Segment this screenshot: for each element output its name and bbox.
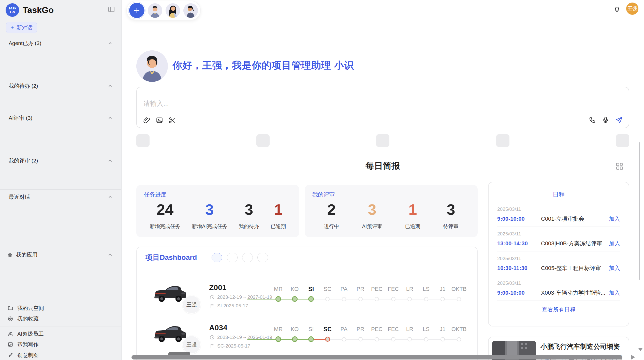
sidebar-item-favorites[interactable]: 我的收藏 xyxy=(0,313,121,324)
sidebar-item-creative-draw[interactable]: 创意制图 xyxy=(0,350,121,360)
sidebar-section-header[interactable]: 我的待办 (2) xyxy=(0,81,121,91)
sidebar-app-item[interactable] xyxy=(0,271,121,281)
sidebar-list-item[interactable] xyxy=(0,166,121,177)
milestone-dot xyxy=(375,337,379,341)
owner-name: 王强 xyxy=(186,341,197,348)
sidebar-section-header[interactable]: Agent已办 (3) xyxy=(0,38,121,49)
sidebar-list-item[interactable] xyxy=(0,224,121,234)
scroll-right-arrow-icon[interactable] xyxy=(631,355,635,359)
join-meeting-link[interactable]: 加入 xyxy=(609,264,620,272)
scroll-down-arrow-icon[interactable] xyxy=(638,348,642,351)
sidebar-list-item[interactable] xyxy=(0,59,121,70)
join-meeting-link[interactable]: 加入 xyxy=(609,215,620,223)
new-chat-button[interactable]: + 新对话 xyxy=(6,22,37,33)
project-code: A034 xyxy=(209,323,227,332)
stat-value: 1 xyxy=(271,202,286,217)
sidebar-item-my-apps[interactable]: 我的应用 xyxy=(0,249,121,260)
sidebar-list-item[interactable] xyxy=(0,177,121,187)
stat: 3 我的待办 xyxy=(239,202,259,230)
sidebar-item-ai-employee[interactable]: AI超级员工 xyxy=(0,328,121,339)
sidebar-list-item[interactable] xyxy=(0,102,121,113)
agent-avatar[interactable] xyxy=(148,3,162,18)
milestone-label: SI xyxy=(309,326,314,333)
milestone-dot xyxy=(375,297,379,301)
sidebar-section: Agent已办 (3) xyxy=(0,38,121,81)
stat-value: 3 xyxy=(362,202,382,217)
dashboard-filters xyxy=(212,253,268,262)
project-row[interactable]: 王强 Z001 2023-12-19 ~ 2027-01-19 SI-2025-… xyxy=(137,280,477,320)
sidebar-list-item[interactable] xyxy=(0,70,121,81)
sidebar-list-item[interactable] xyxy=(0,91,121,102)
phone-call-icon[interactable] xyxy=(589,116,596,124)
dashboard-filter-pill[interactable] xyxy=(242,253,253,262)
view-all-schedule-link[interactable]: 查看所有日程 xyxy=(497,301,620,319)
flag-icon xyxy=(210,343,215,349)
sidebar-app-item[interactable] xyxy=(0,281,121,292)
sidebar-list-item[interactable] xyxy=(0,202,121,213)
sidebar-list-item[interactable] xyxy=(0,49,121,59)
chevron-up-icon xyxy=(108,194,113,200)
sidebar-list-item[interactable] xyxy=(0,145,121,155)
stat: 2 进行中 xyxy=(324,202,339,230)
collapse-sidebar-icon[interactable] xyxy=(108,6,115,13)
stat-row: 2 进行中 3 AI预评审 1 已逾期 3 待评审 xyxy=(312,202,470,230)
milestone-label: MR xyxy=(274,286,283,292)
schedule-time: 10:30-11:30 xyxy=(497,265,541,272)
topbar-right: 王强 xyxy=(578,0,644,19)
suggestion-chip[interactable] xyxy=(376,134,389,147)
suggestion-chip[interactable] xyxy=(616,134,629,147)
project-owner-avatar: 王强 xyxy=(182,336,201,354)
sidebar-list-item[interactable] xyxy=(0,234,121,245)
send-icon[interactable] xyxy=(615,116,623,124)
attachment-icon[interactable] xyxy=(143,116,151,124)
milestone-dot xyxy=(275,296,281,302)
agent-avatar[interactable] xyxy=(183,3,198,18)
user-avatar[interactable]: 王强 xyxy=(626,3,638,15)
milestone-dot xyxy=(342,297,346,301)
join-meeting-link[interactable]: 加入 xyxy=(609,289,620,297)
sidebar-section-header[interactable]: 最近对话 xyxy=(0,192,121,202)
sidebar-app-item[interactable] xyxy=(0,292,121,303)
schedule-row: 13:00-14:30 C003|H0B-方案冻结评审 加入 xyxy=(497,240,620,247)
milestone-dot xyxy=(342,337,346,341)
add-agent-button[interactable] xyxy=(129,3,144,18)
plus-icon xyxy=(134,7,140,14)
schedule-event-title: C001-立项审批会 xyxy=(541,215,609,223)
vertical-scrollbar-thumb[interactable] xyxy=(639,142,640,280)
suggestion-chip[interactable] xyxy=(256,134,270,147)
microphone-icon[interactable] xyxy=(602,116,609,124)
dashboard-filter-pill[interactable] xyxy=(227,253,238,262)
sidebar-item-cloud-space[interactable]: 我的云空间 xyxy=(0,303,121,313)
milestone-dot xyxy=(325,297,330,301)
my-apps-label: 我的应用 xyxy=(16,251,104,258)
dashboard-filter-pill[interactable] xyxy=(212,253,222,262)
join-meeting-link[interactable]: 加入 xyxy=(609,240,620,247)
milestone-label: LR xyxy=(406,326,413,333)
sidebar-section-header[interactable]: 我的评审 (2) xyxy=(0,155,121,166)
scissors-icon[interactable] xyxy=(168,116,176,124)
image-icon[interactable] xyxy=(156,116,163,124)
layout-grid-icon[interactable] xyxy=(616,162,624,170)
suggestion-chip[interactable] xyxy=(136,134,150,147)
section-items xyxy=(0,166,121,187)
sidebar-section-header[interactable]: AI评审 (3) xyxy=(0,113,121,123)
chat-input[interactable] xyxy=(143,99,525,108)
suggestion-chip[interactable] xyxy=(496,134,509,147)
horizontal-scrollbar-thumb[interactable] xyxy=(131,355,622,359)
divider xyxy=(0,189,121,190)
sidebar-list-item[interactable] xyxy=(0,134,121,145)
milestone-dot xyxy=(358,297,363,301)
schedule-event-title: C005-整车工程目标评审 xyxy=(541,264,609,272)
milestone-dot xyxy=(441,337,445,341)
notifications-bell-icon[interactable] xyxy=(613,6,621,13)
stat-value: 3 xyxy=(192,202,227,217)
milestone-label: PR xyxy=(357,286,364,292)
sidebar-item-help-write[interactable]: 帮我写作 xyxy=(0,339,121,350)
stat: 24 新增完成任务 xyxy=(150,202,180,230)
section-items xyxy=(0,49,121,81)
sidebar-list-item[interactable] xyxy=(0,123,121,134)
agent-avatar[interactable] xyxy=(166,3,180,18)
sidebar-list-item[interactable] xyxy=(0,213,121,224)
dashboard-filter-pill[interactable] xyxy=(257,253,268,262)
sidebar-app-item[interactable] xyxy=(0,260,121,271)
